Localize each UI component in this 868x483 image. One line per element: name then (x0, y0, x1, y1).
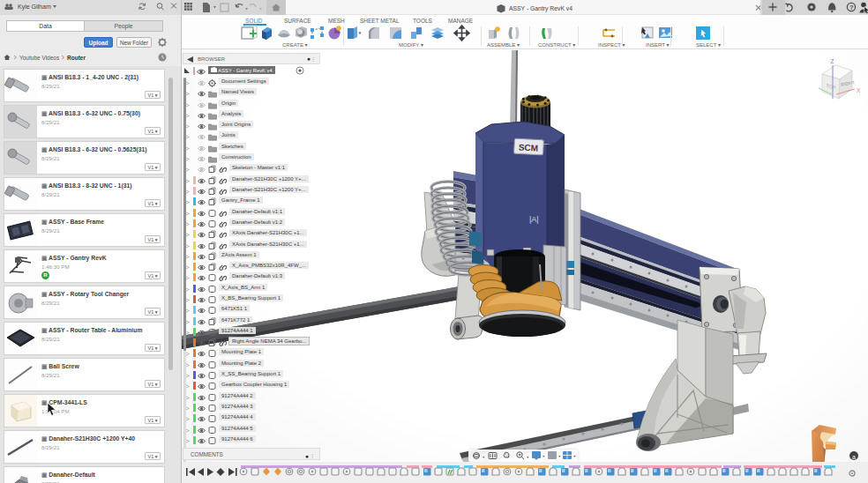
svg-text:Router: Router (67, 55, 86, 61)
svg-text:SCM: SCM (519, 142, 539, 152)
svg-text:|A|: |A| (529, 215, 539, 224)
svg-text:X: X (857, 87, 861, 93)
svg-text:Youtube Videos: Youtube Videos (19, 55, 60, 61)
svg-text:Kyle Gilham: Kyle Gilham (18, 4, 51, 11)
svg-text:Z: Z (831, 58, 834, 64)
svg-text:?: ? (849, 4, 854, 11)
svg-text:ASSY - Gantry RevK v4: ASSY - Gantry RevK v4 (509, 5, 572, 12)
svg-text:a: a (852, 454, 856, 460)
